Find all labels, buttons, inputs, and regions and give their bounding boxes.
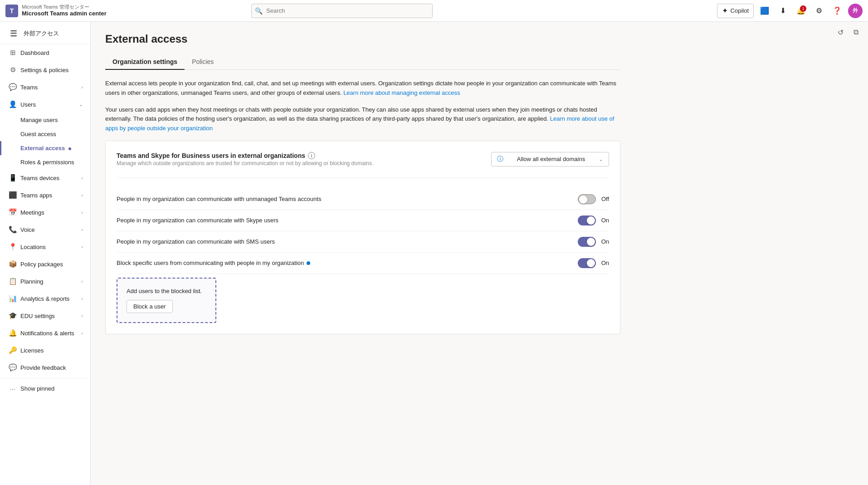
- toggle-switch-sms[interactable]: [578, 237, 596, 247]
- edu-icon: 🎓: [9, 312, 17, 320]
- sidebar-item-label: Notifications & alerts: [20, 330, 78, 337]
- chevron-right-icon: ›: [81, 175, 83, 181]
- chevron-right-icon: ›: [81, 84, 83, 90]
- sidebar-item-label: Locations: [20, 244, 78, 250]
- sidebar-item-policy-packages[interactable]: 📦 Policy packages: [0, 255, 90, 273]
- toggle-switch-block[interactable]: [578, 258, 596, 268]
- notification-badge: 1: [800, 5, 806, 12]
- toggle-right: On: [578, 216, 609, 225]
- blocked-users-section: Add users to the blocked list. Block a u…: [117, 278, 609, 323]
- chevron-right-icon: ›: [81, 192, 83, 198]
- sidebar-item-locations[interactable]: 📍 Locations ›: [0, 238, 90, 255]
- sidebar-item-manage-users[interactable]: Manage users: [0, 113, 90, 127]
- block-a-user-button[interactable]: Block a user: [127, 300, 173, 313]
- brand-text: Microsoft Teams 管理センター Microsoft Teams a…: [22, 4, 107, 17]
- gear-icon: ⚙: [816, 6, 822, 15]
- refresh-button[interactable]: ↺: [834, 25, 847, 39]
- sidebar-item-teams-devices[interactable]: 📱 Teams devices ›: [0, 169, 90, 186]
- toggle-status: On: [601, 260, 609, 266]
- sidebar-item-users[interactable]: 👤 Users ⌄: [0, 96, 90, 113]
- sidebar-item-meetings[interactable]: 📅 Meetings ›: [0, 204, 90, 221]
- toggle-switch-skype[interactable]: [578, 216, 596, 225]
- avatar[interactable]: 外: [848, 4, 863, 18]
- more-icon: ···: [9, 385, 17, 392]
- tabs: Organization settings Policies: [105, 54, 620, 70]
- toggle-unmanaged-teams: People in my organization can communicat…: [117, 189, 609, 210]
- teams-icon-button[interactable]: 🟦: [757, 4, 772, 18]
- feedback-icon: 💬: [9, 363, 17, 372]
- sidebar-item-label: Show pinned: [20, 385, 83, 392]
- description-1-link[interactable]: Learn more about managing external acces…: [343, 89, 460, 96]
- toggle-block-users: Block specific users from communicating …: [117, 253, 609, 274]
- main-layout: ☰ 外部アクセス ⊞ Dashboard ⚙ Settings & polici…: [0, 22, 868, 485]
- search-input[interactable]: [251, 4, 433, 18]
- tab-policies[interactable]: Policies: [185, 54, 221, 70]
- sidebar-item-notifications[interactable]: 🔔 Notifications & alerts ›: [0, 324, 90, 342]
- sidebar-item-voice[interactable]: 📞 Voice ›: [0, 221, 90, 238]
- apps-icon: ⬛: [9, 191, 17, 199]
- toggle-skype-users: People in my organization can communicat…: [117, 210, 609, 231]
- copilot-label: Copilot: [731, 7, 749, 14]
- sidebar-item-label: Dashboard: [20, 49, 83, 56]
- pop-out-button[interactable]: ⧉: [849, 25, 863, 39]
- sidebar-item-dashboard[interactable]: ⊞ Dashboard: [0, 44, 90, 61]
- sidebar-item-label: Planning: [20, 278, 78, 285]
- hamburger-button[interactable]: ☰: [7, 27, 20, 40]
- notifications-button[interactable]: 🔔 1: [794, 4, 808, 18]
- help-button[interactable]: ❓: [830, 4, 844, 18]
- new-feature-dot: [307, 261, 310, 265]
- chevron-right-icon: ›: [81, 279, 83, 284]
- active-dot: [68, 147, 71, 150]
- toggle-right: On: [578, 237, 609, 247]
- toggle-status: Off: [601, 196, 609, 202]
- sidebar-sub-label: External access: [20, 145, 65, 152]
- meetings-icon: 📅: [9, 208, 17, 216]
- settings-button[interactable]: ⚙: [812, 4, 826, 18]
- sidebar-header: ☰ 外部アクセス: [0, 22, 90, 44]
- sidebar-item-guest-access[interactable]: Guest access: [0, 127, 90, 141]
- sidebar-item-external-access[interactable]: External access: [0, 141, 90, 155]
- sidebar-item-teams-apps[interactable]: ⬛ Teams apps ›: [0, 186, 90, 204]
- copilot-button[interactable]: ✦ Copilot: [717, 4, 754, 18]
- sidebar-item-label: Teams devices: [20, 175, 78, 181]
- chevron-right-icon: ›: [81, 313, 83, 318]
- toggle-status: On: [601, 238, 609, 245]
- chevron-down-icon: ⌄: [599, 156, 603, 162]
- description-1: External access lets people in your orga…: [105, 79, 620, 98]
- section-header: Teams and Skype for Business users in ex…: [117, 152, 609, 167]
- dashboard-icon: ⊞: [9, 49, 17, 57]
- locations-icon: 📍: [9, 243, 17, 251]
- sidebar-item-label: Voice: [20, 226, 78, 233]
- toggle-label: Block specific users from communicating …: [117, 260, 310, 266]
- sidebar-item-teams[interactable]: 💬 Teams ›: [0, 78, 90, 96]
- sidebar-sub-label: Guest access: [20, 131, 56, 137]
- voice-icon: 📞: [9, 225, 17, 234]
- section-subtitle: Manage which outside organizations are t…: [117, 160, 373, 167]
- tab-org-settings[interactable]: Organization settings: [105, 54, 185, 70]
- sidebar-item-show-pinned[interactable]: ··· Show pinned: [0, 380, 90, 397]
- dropdown-value-icon: ⓘ: [497, 155, 503, 163]
- sidebar-item-licenses[interactable]: 🔑 Licenses: [0, 342, 90, 359]
- external-domains-dropdown[interactable]: ⓘ Allow all external domains ⌄: [491, 152, 609, 167]
- sidebar-sub-label: Manage users: [20, 117, 58, 123]
- blocked-users-box: Add users to the blocked list. Block a u…: [117, 278, 216, 323]
- sidebar-item-feedback[interactable]: 💬 Provide feedback: [0, 359, 90, 376]
- download-icon: ⬇: [780, 6, 786, 15]
- toggle-label: People in my organization can communicat…: [117, 217, 278, 224]
- download-button[interactable]: ⬇: [775, 4, 790, 18]
- settings-icon: ⚙: [9, 66, 17, 74]
- info-icon[interactable]: i: [308, 152, 315, 159]
- sidebar-item-planning[interactable]: 📋 Planning ›: [0, 273, 90, 290]
- toggle-switch-unmanaged[interactable]: [578, 194, 596, 204]
- users-icon: 👤: [9, 100, 17, 108]
- planning-icon: 📋: [9, 277, 17, 285]
- topbar: T Microsoft Teams 管理センター Microsoft Teams…: [0, 0, 868, 22]
- licenses-icon: 🔑: [9, 346, 17, 354]
- sidebar-item-analytics[interactable]: 📊 Analytics & reports ›: [0, 290, 90, 307]
- sidebar-item-roles-permissions[interactable]: Roles & permissions: [0, 155, 90, 169]
- toggle-status: On: [601, 217, 609, 224]
- brand-area: T Microsoft Teams 管理センター Microsoft Teams…: [5, 4, 107, 17]
- sidebar-item-edu[interactable]: 🎓 EDU settings ›: [0, 307, 90, 324]
- sidebar-item-settings-policies[interactable]: ⚙ Settings & policies: [0, 61, 90, 78]
- brand-sub: Microsoft Teams 管理センター: [22, 4, 107, 10]
